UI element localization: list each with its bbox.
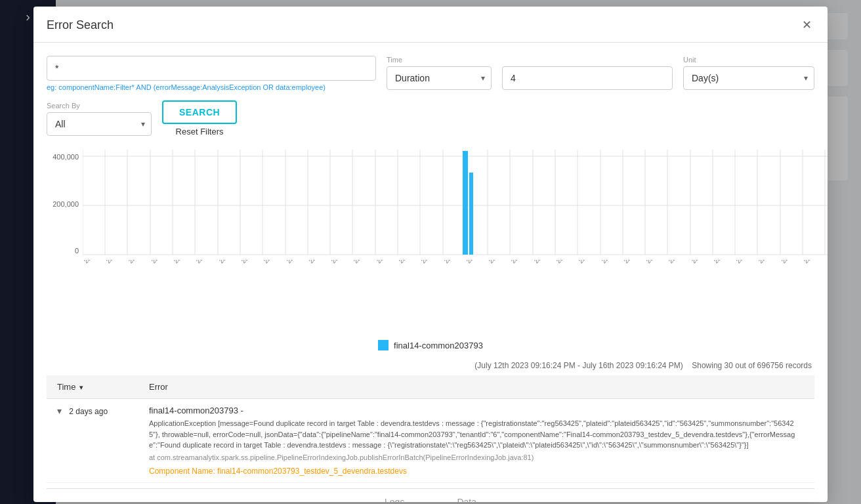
x-label-2: 2023-07-13 03:00 AM xyxy=(127,260,172,264)
chart-x-axis: 2023-07-12 09:00 PM 2023-07-13 12:00 AM … xyxy=(83,260,828,303)
duration-number-input[interactable] xyxy=(502,66,673,90)
chart-svg xyxy=(83,150,828,264)
unit-select[interactable]: Day(s) Hour(s) Minute(s) xyxy=(683,66,814,90)
x-label-19: 2023-07-15 06:00 AM xyxy=(510,260,555,264)
search-by-label: Search By xyxy=(47,102,152,110)
time-col-label: Time xyxy=(57,382,75,392)
error-stack: at com.streamanalytix.spark.ss.pipeline.… xyxy=(149,453,804,461)
modal-footer-tabs: Logs Data xyxy=(47,488,814,503)
table-body: ▾ 2 days ago final14-common203793 - Appl… xyxy=(47,399,814,483)
unit-label: Unit xyxy=(683,56,814,64)
search-actions: SEARCH Reset Filters xyxy=(162,100,237,136)
results-table: Time ▾ Error ▾ 2 days ago xyxy=(47,375,814,483)
search-filter-row: eg: componentName:Filter* AND (errorMess… xyxy=(47,56,814,91)
table-header-row: Time ▾ Error xyxy=(47,375,814,399)
chart-y-label-0: 0 xyxy=(75,247,79,255)
error-column-header: Error xyxy=(138,375,814,399)
svg-rect-37 xyxy=(463,151,468,255)
search-by-select[interactable]: All Error Message Component Name xyxy=(47,112,152,136)
number-label xyxy=(502,56,673,64)
modal-close-button[interactable]: ✕ xyxy=(799,17,814,33)
error-search-modal: Error Search ✕ eg: componentName:Filter*… xyxy=(33,7,828,502)
time-value: 2 days ago xyxy=(69,407,108,416)
modal-overlay: Error Search ✕ eg: componentName:Filter*… xyxy=(0,0,861,504)
chart-y-label-200k: 200,000 xyxy=(52,200,79,208)
tab-logs[interactable]: Logs xyxy=(385,497,404,503)
component-name: Component Name: final14-common203793_tes… xyxy=(149,467,804,476)
modal-body: eg: componentName:Filter* AND (errorMess… xyxy=(33,43,828,502)
unit-field-group: Unit Day(s) Hour(s) Minute(s) ▾ xyxy=(683,56,814,90)
time-label: Time xyxy=(387,56,492,64)
reset-filters-link[interactable]: Reset Filters xyxy=(176,127,224,136)
error-col-label: Error xyxy=(149,382,168,392)
date-range-text: (July 12th 2023 09:16:24 PM - July 16th … xyxy=(474,361,683,370)
search-button[interactable]: SEARCH xyxy=(162,100,237,124)
results-info: (July 12th 2023 09:16:24 PM - July 16th … xyxy=(47,361,814,370)
time-cell: ▾ 2 days ago xyxy=(47,399,138,483)
showing-records-text: Showing 30 out of 696756 records xyxy=(692,361,812,370)
svg-rect-38 xyxy=(469,173,473,255)
table-header: Time ▾ Error xyxy=(47,375,814,399)
x-label-22: 2023-07-15 03:00 PM xyxy=(578,260,623,264)
chart-y-axis: 400,000 200,000 0 xyxy=(47,150,83,264)
x-label-12: 2023-07-14 09:00 AM xyxy=(352,260,397,264)
search-input-wrapper: eg: componentName:Filter* AND (errorMess… xyxy=(47,56,376,91)
number-field-group xyxy=(502,56,673,90)
x-label-8: 2023-07-13 09:00 PM xyxy=(262,260,308,264)
x-label-32: 2023-07-16 09:00 PM xyxy=(803,260,828,264)
search-input[interactable] xyxy=(47,56,376,81)
x-label-26: 2023-07-16 03:00 AM xyxy=(667,260,712,264)
chart-legend: final14-common203793 xyxy=(47,340,814,356)
legend-color-swatch xyxy=(378,340,388,350)
legend-label: final14-common203793 xyxy=(394,341,483,350)
x-label-30: 2023-07-16 03:00 PM xyxy=(757,260,803,264)
x-label-5: 2023-07-13 12:00 PM xyxy=(195,260,240,264)
controls-row: Search By All Error Message Component Na… xyxy=(47,100,814,136)
modal-title: Error Search xyxy=(47,18,114,32)
tab-data[interactable]: Data xyxy=(457,497,476,503)
error-title: final14-common203793 - xyxy=(149,406,804,415)
unit-select-wrapper[interactable]: Day(s) Hour(s) Minute(s) ▾ xyxy=(683,66,814,90)
time-column-header[interactable]: Time ▾ xyxy=(47,375,138,399)
search-hint: eg: componentName:Filter* AND (errorMess… xyxy=(47,83,376,91)
time-sort-icon: ▾ xyxy=(79,383,83,391)
error-body: ApplicationException [message=Found dupl… xyxy=(149,418,804,451)
search-by-field-group: Search By All Error Message Component Na… xyxy=(47,102,152,136)
chart-y-label-400k: 400,000 xyxy=(52,153,79,161)
row-expand-button[interactable]: ▾ xyxy=(57,406,62,416)
search-by-select-wrapper[interactable]: All Error Message Component Name ▾ xyxy=(47,112,152,136)
error-cell: final14-common203793 - ApplicationExcept… xyxy=(138,399,814,483)
chart-area: 400,000 200,000 0 xyxy=(47,150,814,356)
time-select[interactable]: Duration Custom xyxy=(387,66,492,90)
modal-header: Error Search ✕ xyxy=(33,7,828,43)
time-field-group: Time Duration Custom ▾ xyxy=(387,56,492,90)
time-select-wrapper[interactable]: Duration Custom ▾ xyxy=(387,66,492,90)
x-label-15: 2023-07-14 06:00 PM xyxy=(420,260,465,264)
table-row: ▾ 2 days ago final14-common203793 - Appl… xyxy=(47,399,814,483)
